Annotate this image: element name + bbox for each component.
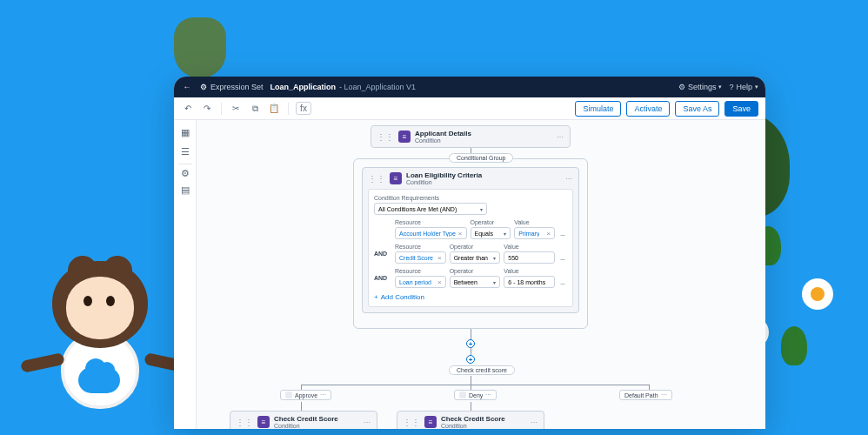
app-window: ← ⚙ Expression Set Loan_Application - Lo… [174,77,765,429]
node-title: Applicant Details [415,130,471,137]
value-input[interactable]: 550 [504,251,555,264]
copy-button[interactable]: ⧉ [248,102,262,116]
layers-panel-button[interactable]: ☰ [178,144,192,158]
help-menu[interactable]: ? Help ▾ [729,83,758,91]
paste-button[interactable]: 📋 [267,102,281,116]
chevron-down-icon: ▾ [755,84,758,90]
group-label: Conditional Group [449,153,513,163]
save-as-button[interactable]: Save As [675,101,719,117]
branch-approve[interactable]: Approve ⋯ [280,390,331,400]
redo-button[interactable]: ↷ [200,102,214,116]
node-check-credit-left[interactable]: ⋮⋮ ≡ Check Credit Score Condition ⋯ [230,411,377,429]
simulate-button[interactable]: Simulate [575,101,621,117]
condition-row: Resource Account Holder Type × Operator … [374,219,567,239]
templates-panel-button[interactable]: ▤ [178,183,192,197]
value-input[interactable]: 6 - 18 months [504,276,555,288]
toolbar: ↶ ↷ ✂ ⧉ 📋 fx Simulate Activate Save As S… [174,97,765,120]
back-button[interactable]: ← [181,83,193,91]
chevron-down-icon: ▾ [718,84,722,90]
formula-button[interactable]: fx [296,102,311,115]
branch-more-button[interactable]: ⋯ [485,392,491,398]
remove-condition-button[interactable]: – [558,279,567,288]
value-input[interactable]: Primary × [514,227,555,239]
branch-more-button[interactable]: ⋯ [320,392,326,398]
condition-row: AND Resource Loan period × Operator Betw [374,268,567,288]
drag-handle-icon[interactable]: ⋮⋮ [403,418,420,427]
plus-icon: + [374,293,378,301]
remove-condition-button[interactable]: – [558,255,567,264]
branch-icon [459,392,466,398]
record-name[interactable]: Loan_Application [270,83,337,91]
node-title: Loan Eligibility Criteria [406,171,482,179]
clear-icon[interactable]: × [437,278,442,286]
node-type: Condition [441,423,505,429]
chevron-down-icon: ▾ [480,206,483,212]
operator-select[interactable]: Between▾ [450,276,501,288]
mascot-astro [26,252,183,426]
node-title: Check Credit Score [441,415,505,423]
remove-condition-button[interactable]: – [558,231,567,239]
node-type: Condition [274,423,338,429]
drag-handle-icon[interactable]: ⋮⋮ [368,174,385,184]
operator-select[interactable]: Equals▾ [471,227,511,239]
branch-icon [285,392,292,398]
connector [471,376,471,385]
join-label: AND [374,275,391,281]
activate-button[interactable]: Activate [626,101,670,117]
requirements-select[interactable]: All Conditions Are Met (AND) ▾ [374,203,487,215]
clear-icon[interactable]: × [437,254,442,262]
operator-select[interactable]: Greater than▾ [450,251,501,264]
titlebar: ← ⚙ Expression Set Loan_Application - Lo… [174,77,765,97]
drag-handle-icon[interactable]: ⋮⋮ [377,132,394,142]
condition-icon: ≡ [257,416,270,428]
resource-input[interactable]: Loan period × [395,276,446,288]
branch-default[interactable]: Default Path ⋯ [619,390,672,400]
decorative-leaf [174,17,226,78]
resource-input[interactable]: Account Holder Type × [395,227,467,239]
add-node-button[interactable]: + [466,355,475,364]
node-more-button[interactable]: ⋯ [557,133,564,141]
clear-icon[interactable]: × [458,230,463,238]
condition-icon: ≡ [424,416,437,428]
add-node-button[interactable]: + [466,339,475,348]
add-condition-button[interactable]: + Add Condition [374,293,567,301]
connector [301,385,649,385]
clear-icon[interactable]: × [546,230,551,238]
condition-icon: ≡ [398,130,411,143]
undo-button[interactable]: ↶ [181,102,195,116]
connector [301,402,302,411]
record-version: - Loan_Application V1 [339,83,416,91]
help-icon: ? [729,83,733,91]
settings-menu[interactable]: ⚙ Settings ▾ [678,83,723,91]
connector [471,402,471,411]
join-label: AND [374,251,391,257]
elements-panel-button[interactable]: ▦ [178,125,192,139]
node-more-button[interactable]: ⋯ [565,175,573,183]
node-type: Condition [415,137,471,144]
resources-panel-button[interactable]: ⚙ [178,164,192,177]
cut-button[interactable]: ✂ [229,102,243,116]
node-more-button[interactable]: ⋯ [531,418,538,426]
node-more-button[interactable]: ⋯ [364,418,371,426]
app-label: Expression Set [210,83,264,91]
condition-icon: ≡ [390,172,402,184]
branch-more-button[interactable]: ⋯ [661,392,667,398]
node-loan-eligibility[interactable]: ⋮⋮ ≡ Loan Eligibility Criteria Condition… [362,167,579,313]
drag-handle-icon[interactable]: ⋮⋮ [236,418,253,427]
requirements-label: Condition Requirements [374,195,567,201]
resource-input[interactable]: Credit Score × [395,251,446,264]
left-rail: ▦ ☰ ⚙ ▤ [174,120,197,429]
gear-icon: ⚙ [678,83,685,91]
branch-deny[interactable]: Deny ⋯ [454,390,497,400]
condition-row: AND Resource Credit Score × Operator Gre [374,244,567,264]
decision-label: Check credit score [449,365,515,375]
save-button[interactable]: Save [724,101,758,117]
canvas[interactable]: ⋮⋮ ≡ Applicant Details Condition ⋯ Condi… [197,120,765,429]
node-applicant-details[interactable]: ⋮⋮ ≡ Applicant Details Condition ⋯ [371,125,571,148]
automation-icon: ⚙ [200,83,207,91]
node-check-credit-mid[interactable]: ⋮⋮ ≡ Check Credit Score Condition ⋯ [397,411,544,429]
node-title: Check Credit Score [274,415,338,423]
node-type: Condition [406,179,482,185]
